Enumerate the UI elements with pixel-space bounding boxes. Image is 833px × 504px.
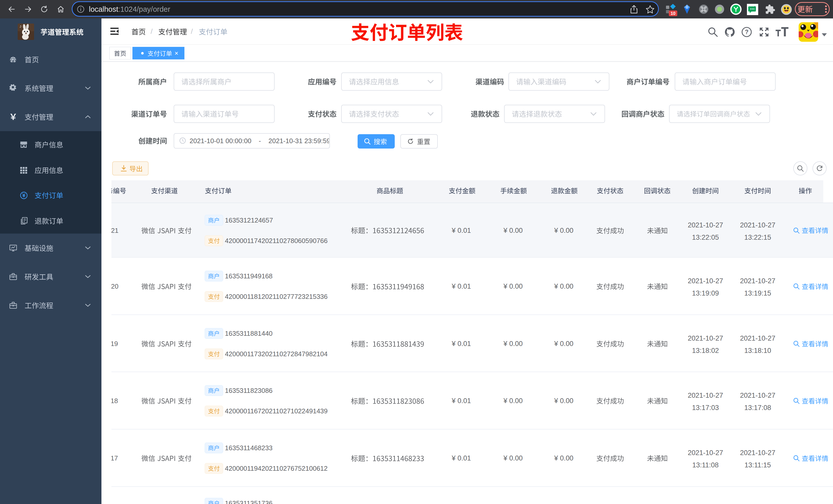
svg-text:?: ? [745, 29, 748, 35]
svg-text:10: 10 [671, 11, 675, 16]
